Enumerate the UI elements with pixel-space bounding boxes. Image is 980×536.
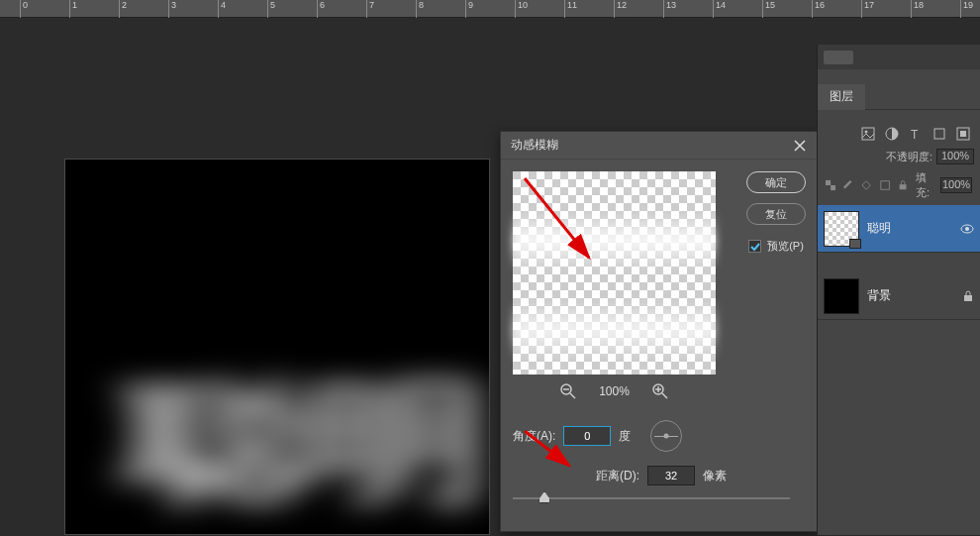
dialog-title: 动感模糊 <box>511 137 558 154</box>
filter-preview[interactable] <box>513 171 716 375</box>
ruler-tick: 11 <box>564 0 577 18</box>
distance-unit: 像素 <box>703 468 727 484</box>
ruler-tick: 9 <box>465 0 473 18</box>
fill-value[interactable]: 100% <box>940 177 972 193</box>
lock-brush-icon[interactable] <box>843 179 853 191</box>
ruler-tick: 19 <box>960 0 973 18</box>
ruler-tick: 15 <box>762 0 775 18</box>
layer-row[interactable]: 背景 <box>818 272 980 320</box>
svg-rect-20 <box>964 295 972 301</box>
dialog-titlebar[interactable]: 动感模糊 <box>501 132 818 160</box>
svg-rect-14 <box>826 180 831 185</box>
ruler-tick: 3 <box>168 0 176 18</box>
preview-label: 预览(P) <box>767 239 804 254</box>
image-filter-icon[interactable] <box>861 127 875 141</box>
svg-line-4 <box>662 393 667 398</box>
distance-label: 距离(D): <box>596 468 639 484</box>
document-canvas[interactable]: 聪明 <box>64 159 490 535</box>
svg-rect-15 <box>831 185 835 190</box>
lock-icon <box>962 290 974 302</box>
angle-dial[interactable] <box>650 420 682 452</box>
layer-thumbnail[interactable] <box>824 211 859 247</box>
svg-rect-7 <box>862 128 874 140</box>
lock-artboard-icon[interactable] <box>880 179 890 191</box>
zoom-in-icon[interactable] <box>651 382 669 400</box>
smart-filter-icon[interactable] <box>956 127 970 141</box>
tab-layers[interactable]: 图层 <box>818 84 865 110</box>
lock-all-icon[interactable] <box>898 179 908 191</box>
ruler-horizontal: 0 1 2 3 4 5 6 7 8 9 10 11 12 13 14 15 16… <box>0 0 980 18</box>
motion-blur-dialog: 动感模糊 确定 复位 预览(P) 100% 角度(A): <box>500 131 819 532</box>
ruler-tick: 0 <box>20 0 28 18</box>
distance-slider[interactable] <box>513 491 790 505</box>
svg-text:T: T <box>911 128 919 141</box>
layer-filter-row: T <box>818 122 980 146</box>
visibility-icon[interactable] <box>960 222 974 236</box>
svg-rect-16 <box>880 181 889 190</box>
angle-unit: 度 <box>619 428 631 445</box>
ruler-tick: 6 <box>317 0 325 18</box>
ok-button[interactable]: 确定 <box>746 171 806 193</box>
ruler-tick: 4 <box>218 0 226 18</box>
angle-label: 角度(A): <box>513 428 555 445</box>
panel-collapsed-tab[interactable] <box>818 45 980 69</box>
ruler-tick: 5 <box>267 0 275 18</box>
shape-filter-icon[interactable] <box>932 127 946 141</box>
svg-rect-11 <box>934 129 944 139</box>
ruler-tick: 7 <box>366 0 374 18</box>
smart-object-badge-icon <box>849 239 861 249</box>
reset-button[interactable]: 复位 <box>746 203 806 225</box>
distance-input[interactable] <box>647 466 695 485</box>
text-filter-icon[interactable]: T <box>909 127 923 141</box>
ruler-tick: 8 <box>416 0 424 18</box>
ruler-tick: 14 <box>713 0 726 18</box>
layer-row[interactable]: 聪明 <box>818 205 980 253</box>
opacity-label: 不透明度: <box>886 150 932 164</box>
layer-thumbnail[interactable] <box>824 278 859 314</box>
svg-rect-17 <box>900 184 907 189</box>
preview-checkbox[interactable] <box>748 240 761 253</box>
layer-name[interactable]: 聪明 <box>867 220 952 237</box>
ruler-tick: 13 <box>663 0 676 18</box>
close-icon[interactable] <box>792 138 808 154</box>
canvas-text: 聪明 <box>123 353 483 533</box>
angle-input[interactable] <box>563 426 611 446</box>
zoom-percentage: 100% <box>599 384 630 398</box>
layer-name[interactable]: 背景 <box>867 287 954 304</box>
ruler-tick: 1 <box>69 0 77 18</box>
ruler-tick: 17 <box>861 0 874 18</box>
ruler-tick: 12 <box>614 0 627 18</box>
lock-position-icon[interactable] <box>861 179 871 191</box>
zoom-out-icon[interactable] <box>559 382 577 400</box>
fill-label: 填充: <box>916 170 936 200</box>
svg-point-8 <box>865 131 868 134</box>
ruler-tick: 16 <box>812 0 825 18</box>
ruler-tick: 18 <box>911 0 924 18</box>
lock-transparency-icon[interactable] <box>826 179 835 191</box>
svg-line-1 <box>570 393 575 398</box>
opacity-value[interactable]: 100% <box>936 149 974 164</box>
ruler-tick: 2 <box>119 0 127 18</box>
layers-panel: 图层 T 不透明度: 100% 填充: 100% 聪明 背景 <box>817 45 980 535</box>
ruler-tick: 10 <box>515 0 528 18</box>
svg-point-19 <box>965 227 969 231</box>
adjust-filter-icon[interactable] <box>885 127 899 141</box>
svg-rect-13 <box>960 131 966 137</box>
